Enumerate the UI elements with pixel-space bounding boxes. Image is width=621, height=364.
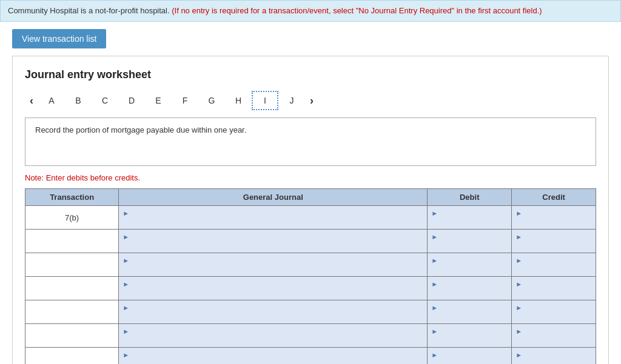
table-row: ► ► ► xyxy=(25,324,596,348)
credit-cell-5[interactable]: ► xyxy=(512,300,596,324)
credit-arrow-icon-3: ► xyxy=(515,257,522,264)
col-label-b[interactable]: B xyxy=(65,91,92,110)
transaction-cell: 7(b) xyxy=(25,206,119,230)
general-journal-cell-7[interactable]: ► xyxy=(119,348,428,364)
table-row: ► ► ► xyxy=(25,277,596,300)
credit-input-6[interactable] xyxy=(515,336,592,345)
row-arrow-icon-4: ► xyxy=(123,280,129,288)
general-journal-input-4[interactable] xyxy=(123,288,423,297)
credit-cell-1[interactable]: ► xyxy=(512,206,596,230)
general-journal-cell-3[interactable]: ► xyxy=(119,253,428,277)
header-credit: Credit xyxy=(512,189,596,206)
description-text: Record the portion of mortgage payable d… xyxy=(35,125,246,134)
debit-input-4[interactable] xyxy=(431,288,508,297)
credit-arrow-icon-2: ► xyxy=(515,233,522,240)
col-label-g[interactable]: G xyxy=(198,91,225,110)
header-general-journal: General Journal xyxy=(119,189,428,206)
transaction-cell-3 xyxy=(25,253,119,277)
nav-next-arrow[interactable]: › xyxy=(305,92,318,110)
table-header-row: Transaction General Journal Debit Credit xyxy=(25,189,596,206)
general-journal-input-2[interactable] xyxy=(123,241,423,250)
general-journal-cell-2[interactable]: ► xyxy=(119,230,428,253)
general-journal-input-1[interactable] xyxy=(123,217,423,227)
general-journal-cell-5[interactable]: ► xyxy=(119,300,428,324)
transaction-cell-7 xyxy=(25,348,119,364)
credit-arrow-icon-4: ► xyxy=(515,280,522,288)
nav-prev-arrow[interactable]: ‹ xyxy=(25,92,38,110)
credit-cell-6[interactable]: ► xyxy=(512,324,596,348)
debit-arrow-icon-6: ► xyxy=(431,328,438,335)
debit-input-1[interactable] xyxy=(431,217,508,227)
general-journal-input-6[interactable] xyxy=(123,336,423,345)
credit-input-7[interactable] xyxy=(515,359,592,364)
transaction-cell-2 xyxy=(25,230,119,253)
header-debit: Debit xyxy=(428,189,512,206)
row-arrow-icon-7: ► xyxy=(123,351,129,359)
banner-text: Community Hospital is a not-for-profit h… xyxy=(8,6,172,15)
credit-cell-4[interactable]: ► xyxy=(512,277,596,300)
general-journal-input-7[interactable] xyxy=(123,359,423,364)
row-arrow-icon-5: ► xyxy=(123,304,129,311)
debit-arrow-icon-5: ► xyxy=(431,304,438,311)
debit-input-6[interactable] xyxy=(431,336,508,345)
table-row: 7(b) ► ► ► xyxy=(25,206,596,230)
col-label-c[interactable]: C xyxy=(92,91,118,110)
debit-arrow-icon-7: ► xyxy=(431,351,438,359)
debit-cell-5[interactable]: ► xyxy=(428,300,512,324)
col-label-i[interactable]: I xyxy=(252,91,278,110)
column-nav: ‹ A B C D E F G H I J › xyxy=(25,91,596,110)
debit-cell-3[interactable]: ► xyxy=(428,253,512,277)
credit-input-2[interactable] xyxy=(515,241,592,250)
info-banner: Community Hospital is a not-for-profit h… xyxy=(0,0,621,22)
debit-arrow-icon-3: ► xyxy=(431,257,438,264)
credit-input-1[interactable] xyxy=(515,217,592,227)
credit-input-4[interactable] xyxy=(515,288,592,297)
debit-cell-6[interactable]: ► xyxy=(428,324,512,348)
view-transaction-button[interactable]: View transaction list xyxy=(12,29,106,48)
credit-arrow-icon-5: ► xyxy=(515,304,522,311)
debit-cell-7[interactable]: ► xyxy=(428,348,512,364)
col-label-a[interactable]: A xyxy=(38,91,65,110)
general-journal-input-3[interactable] xyxy=(123,265,423,274)
transaction-cell-5 xyxy=(25,300,119,324)
table-row: ► ► ► xyxy=(25,253,596,277)
worksheet-title: Journal entry worksheet xyxy=(25,68,596,81)
debit-arrow-icon-4: ► xyxy=(431,280,438,288)
general-journal-cell-6[interactable]: ► xyxy=(119,324,428,348)
worksheet-container: Journal entry worksheet ‹ A B C D E F G … xyxy=(12,56,609,364)
credit-arrow-icon: ► xyxy=(515,210,522,217)
credit-cell-3[interactable]: ► xyxy=(512,253,596,277)
debit-input-7[interactable] xyxy=(431,359,508,364)
col-label-j[interactable]: J xyxy=(278,91,305,110)
general-journal-cell-4[interactable]: ► xyxy=(119,277,428,300)
credit-cell-7[interactable]: ► xyxy=(512,348,596,364)
general-journal-input-5[interactable] xyxy=(123,312,423,321)
note-text: Note: Enter debits before credits. xyxy=(25,173,596,182)
col-label-f[interactable]: F xyxy=(172,91,198,110)
col-label-h[interactable]: H xyxy=(225,91,252,110)
row-arrow-icon-6: ► xyxy=(123,328,129,335)
general-journal-cell-1[interactable]: ► xyxy=(119,206,428,230)
debit-arrow-icon-2: ► xyxy=(431,233,438,240)
row-arrow-icon-2: ► xyxy=(123,233,129,240)
debit-cell-2[interactable]: ► xyxy=(428,230,512,253)
col-label-d[interactable]: D xyxy=(118,91,145,110)
debit-cell-4[interactable]: ► xyxy=(428,277,512,300)
col-label-e[interactable]: E xyxy=(145,91,172,110)
header-transaction: Transaction xyxy=(25,189,119,206)
credit-input-3[interactable] xyxy=(515,265,592,274)
transaction-cell-4 xyxy=(25,277,119,300)
transaction-cell-6 xyxy=(25,324,119,348)
banner-red-text: (If no entry is required for a transacti… xyxy=(172,6,542,15)
credit-arrow-icon-6: ► xyxy=(515,328,522,335)
debit-arrow-icon: ► xyxy=(431,210,438,217)
debit-cell-1[interactable]: ► xyxy=(428,206,512,230)
credit-cell-2[interactable]: ► xyxy=(512,230,596,253)
debit-input-5[interactable] xyxy=(431,312,508,321)
row-arrow-icon-3: ► xyxy=(123,257,129,264)
credit-input-5[interactable] xyxy=(515,312,592,321)
table-row: ► ► ► xyxy=(25,230,596,253)
table-row: ► ► ► xyxy=(25,348,596,364)
debit-input-2[interactable] xyxy=(431,241,508,250)
debit-input-3[interactable] xyxy=(431,265,508,274)
